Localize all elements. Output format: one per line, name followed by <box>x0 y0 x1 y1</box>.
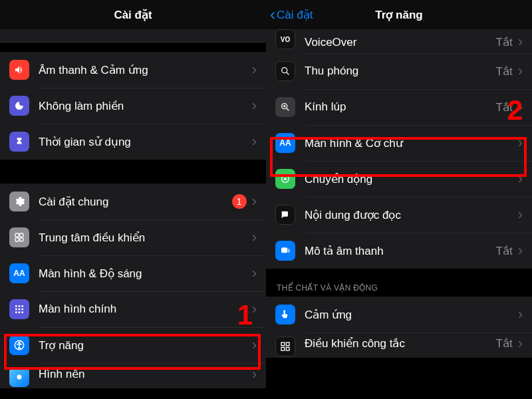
motion-icon <box>275 169 295 189</box>
voiceover-icon: VO <box>275 29 295 49</box>
row-value: Tắt <box>496 65 513 78</box>
zoom-icon <box>275 61 295 81</box>
svg-rect-11 <box>19 311 21 313</box>
chevron-right-icon: › <box>252 98 257 113</box>
row-magnifier[interactable]: Kính lúp Tắt › <box>266 89 532 125</box>
chevron-right-icon: › <box>252 266 257 281</box>
audio-desc-icon <box>275 241 295 261</box>
row-accessibility[interactable]: Trợ năng › <box>0 327 266 363</box>
row-value: Tắt <box>496 35 513 49</box>
row-home[interactable]: Màn hình chính › <box>0 291 266 327</box>
svg-point-16 <box>282 68 287 73</box>
svg-rect-21 <box>281 342 285 346</box>
page-title: Trợ năng <box>375 8 422 22</box>
chevron-right-icon: › <box>252 194 257 209</box>
back-button[interactable]: ‹ Cài đặt <box>270 7 313 23</box>
chevron-right-icon: › <box>518 243 523 258</box>
row-value: Tắt <box>496 244 513 258</box>
row-wallpaper[interactable]: Hình nền › <box>0 363 266 388</box>
svg-point-14 <box>19 342 20 343</box>
chevron-left-icon: ‹ <box>270 7 275 23</box>
svg-rect-20 <box>281 247 287 253</box>
step-number-2: 2 <box>507 94 523 126</box>
svg-point-15 <box>17 375 22 380</box>
back-label: Cài đặt <box>277 8 313 22</box>
hourglass-icon <box>9 132 29 152</box>
svg-rect-24 <box>286 347 289 350</box>
magnifier-icon <box>275 97 295 117</box>
row-control-center[interactable]: Trung tâm điều khiển › <box>0 219 266 255</box>
row-switch-control[interactable]: Điều khiển công tắc Tắt › <box>266 332 532 358</box>
chevron-right-icon: › <box>518 207 523 222</box>
svg-rect-23 <box>281 347 285 350</box>
notification-badge: 1 <box>232 194 247 209</box>
row-general[interactable]: Cài đặt chung 1 › <box>0 184 266 219</box>
row-label: Chuyển động <box>305 172 518 186</box>
svg-point-3 <box>20 238 23 241</box>
svg-rect-7 <box>15 309 17 311</box>
touch-icon <box>275 305 295 325</box>
row-sounds[interactable]: Âm thanh & Cảm ứng › <box>0 52 266 88</box>
chevron-right-icon: › <box>252 338 257 352</box>
svg-rect-10 <box>15 311 17 313</box>
row-label: Cài đặt chung <box>39 195 232 209</box>
chevron-right-icon: › <box>518 172 523 186</box>
moon-icon <box>9 96 29 116</box>
row-voiceover[interactable]: VO VoiceOver Tắt › <box>266 29 532 53</box>
aa-icon: AA <box>9 263 29 283</box>
row-label: Màn hình & Cỡ chữ <box>305 136 518 150</box>
chevron-right-icon: › <box>252 134 257 149</box>
chevron-right-icon: › <box>252 367 257 382</box>
chevron-right-icon: › <box>252 63 257 77</box>
accessibility-icon <box>9 335 29 355</box>
svg-rect-22 <box>286 342 289 346</box>
partial-row <box>0 29 266 43</box>
row-label: Nội dung được đọc <box>305 208 518 222</box>
svg-rect-4 <box>15 305 17 307</box>
chevron-right-icon: › <box>518 136 523 150</box>
svg-rect-9 <box>21 309 23 311</box>
section-header-physical: THỂ CHẤT VÀ VẬN ĐỘNG <box>266 269 532 297</box>
row-dnd[interactable]: Không làm phiền › <box>0 88 266 124</box>
row-label: Trung tâm điều khiển <box>39 231 252 245</box>
page-title: Cài đặt <box>114 8 152 22</box>
chevron-right-icon: › <box>252 230 257 245</box>
row-screentime[interactable]: Thời gian sử dụng › <box>0 124 266 160</box>
row-label: Kính lúp <box>305 100 496 114</box>
row-spoken[interactable]: Nội dung được đọc › <box>266 197 532 233</box>
chevron-right-icon: › <box>518 35 523 49</box>
wallpaper-icon <box>9 367 29 387</box>
row-display-text[interactable]: AA Màn hình & Cỡ chữ › <box>266 125 532 161</box>
accessibility-screen: ‹ Cài đặt Trợ năng VO VoiceOver Tắt › Th… <box>266 0 532 399</box>
row-touch[interactable]: Cảm ứng › <box>266 297 532 332</box>
navbar: ‹ Cài đặt Trợ năng <box>266 0 532 29</box>
svg-rect-1 <box>20 233 23 237</box>
row-label: Màn hình & Độ sáng <box>39 267 252 281</box>
row-label: Âm thanh & Cảm ứng <box>39 63 252 77</box>
row-label: VoiceOver <box>305 36 496 49</box>
step-number-1: 1 <box>237 299 253 331</box>
svg-point-19 <box>285 178 287 180</box>
spoken-icon <box>275 205 295 225</box>
row-zoom[interactable]: Thu phóng Tắt › <box>266 53 532 89</box>
switch-icon <box>275 336 295 356</box>
chevron-right-icon: › <box>518 307 523 322</box>
control-center-icon <box>9 227 29 247</box>
sound-icon <box>9 60 29 80</box>
svg-rect-5 <box>19 305 21 307</box>
row-label: Hình nền <box>39 367 252 381</box>
svg-rect-0 <box>15 233 19 237</box>
svg-rect-12 <box>21 311 23 313</box>
chevron-right-icon: › <box>518 336 523 351</box>
row-display[interactable]: AA Màn hình & Độ sáng › <box>0 255 266 291</box>
svg-rect-2 <box>15 238 19 241</box>
row-label: Cảm ứng <box>305 308 518 322</box>
navbar: Cài đặt <box>0 0 266 29</box>
row-motion[interactable]: Chuyển động › <box>266 161 532 197</box>
row-label: Thu phóng <box>305 65 496 78</box>
row-label: Điều khiển công tắc <box>305 336 496 350</box>
row-audio-desc[interactable]: Mô tả âm thanh Tắt › <box>266 233 532 269</box>
settings-screen: Cài đặt Âm thanh & Cảm ứng › Không làm p… <box>0 0 266 399</box>
svg-rect-6 <box>21 305 23 307</box>
aa-icon: AA <box>275 133 295 153</box>
